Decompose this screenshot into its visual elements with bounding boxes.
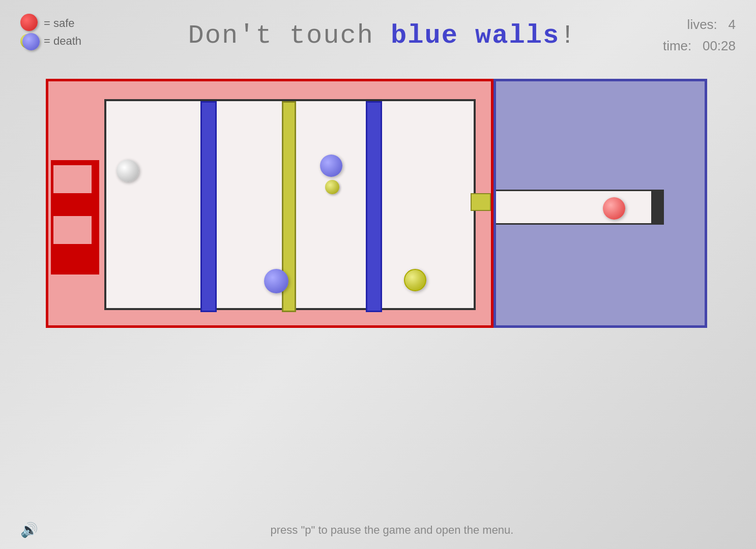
safe-label: = safe [44,17,75,30]
marble-red [603,197,625,220]
left-cutout-2 [53,216,92,244]
marble-grey [117,160,139,182]
lives-label: lives: [687,17,717,32]
time-label: time: [663,38,691,53]
left-section [46,79,493,328]
footer-hint: press "p" to pause the game and open the… [48,524,736,537]
right-notch-top [496,160,664,190]
death-marble-icon [22,33,40,50]
right-channel [496,190,664,225]
title-part1: Don't touch [188,21,391,51]
time-row: time: 00:28 [663,36,736,57]
marble-blue-2 [264,269,288,293]
stats-panel: lives: 4 time: 00:28 [663,14,736,56]
blue-wall-1 [200,101,217,312]
right-cap [651,190,664,225]
death-label: = death [44,35,81,48]
marble-yellow-small [325,180,339,194]
right-section [493,79,707,328]
header: = safe = death Don't touch blue walls! l… [0,0,756,71]
legend-stack: = safe = death [20,14,81,57]
right-notch-bg [496,160,664,254]
yellow-gate [471,193,491,211]
left-cutout-1 [53,165,92,193]
right-notch-bottom [496,225,664,254]
blue-wall-2 [366,101,382,312]
footer: 🔊 press "p" to pause the game and open t… [0,522,756,539]
game-container [46,79,707,328]
lives-value: 4 [729,17,736,32]
title-blue: blue walls [391,21,560,51]
title-part2: ! [560,21,576,51]
marble-blue-1 [320,155,342,177]
lives-row: lives: 4 [663,14,736,36]
marble-yellow-big [404,269,426,291]
safe-marble-icon [20,14,38,31]
time-value: 00:28 [703,38,736,53]
game-title: Don't touch blue walls! [102,21,663,51]
sound-icon[interactable]: 🔊 [20,522,38,539]
inner-field [104,99,476,310]
left-comb [51,160,99,274]
legend: = safe = death [20,14,81,57]
game-area [46,79,707,328]
